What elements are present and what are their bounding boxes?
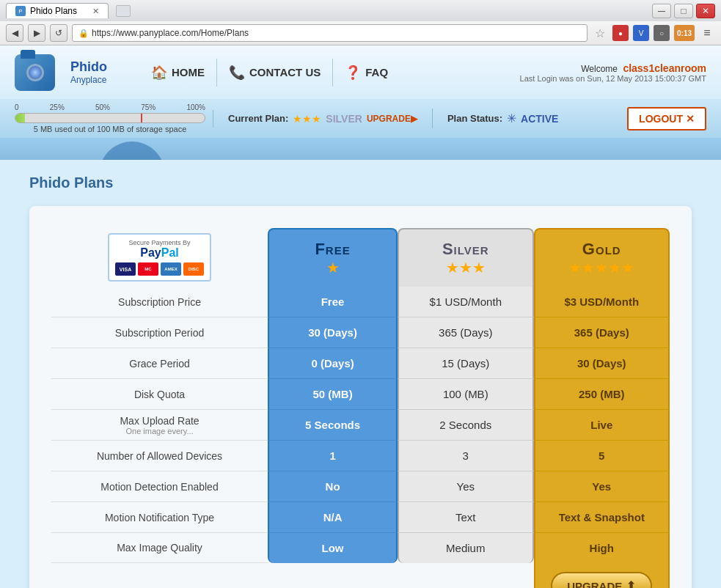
upgrade-arrow-icon: ⬆ [626, 579, 636, 588]
silver-price-value: $1 USD/Month [398, 287, 533, 317]
logo-camera-top [21, 50, 35, 59]
grace-period-row: Grace Period 0 (Days) 15 (Days) 30 (Days… [51, 348, 670, 379]
nav-faq[interactable]: ❓ FAQ [333, 59, 400, 87]
plan-status-section: Plan Status: ✳ ACTIVE [432, 109, 573, 128]
username-text: class1cleanroom [623, 62, 706, 74]
gold-disk-quota: 250 (MB) [534, 379, 670, 410]
storage-progress-fill [15, 114, 25, 122]
plan-stars: ★★★ [293, 113, 321, 125]
logo-camera-lens [26, 64, 44, 81]
plan-status-label: Plan Status: [447, 113, 502, 124]
nav-contact[interactable]: 📞 CONTACT US [217, 59, 333, 87]
extension-icon-2[interactable]: V [633, 25, 649, 41]
upgrade-gold-button[interactable]: UPGRADE ⬆ [551, 572, 652, 588]
free-devices-value: 1 [268, 441, 398, 471]
browser-titlebar: P Phido Plans ✕ ─ □ ✕ [0, 0, 721, 21]
gold-stars: ★★★★★ [541, 259, 662, 276]
plan-name: SILVER [326, 113, 362, 125]
silver-subscription-price: $1 USD/Month [398, 287, 533, 317]
time-extension[interactable]: 0:13 [674, 25, 695, 41]
logout-button[interactable]: LOGOUT ✕ [627, 107, 706, 131]
tab-close-button[interactable]: ✕ [92, 7, 99, 16]
logo-camera-body [15, 54, 55, 91]
allowed-devices-row: Number of Allowed Devices 1 3 5 [51, 441, 670, 471]
prog-75: 75% [141, 103, 155, 111]
upgrade-row: UPGRADE ⬆ [51, 563, 670, 588]
bookmark-star-icon[interactable]: ☆ [592, 25, 608, 41]
motion-notification-label: Motion Notification Type [51, 502, 268, 533]
nav-home-label: HOME [172, 66, 205, 78]
maximize-button[interactable]: □ [674, 4, 693, 18]
tab-favicon: P [15, 6, 26, 16]
motion-notification-row: Motion Notification Type N/A Text Text &… [51, 502, 670, 533]
page-content: Phido Anyplace 🏠 HOME 📞 CONTACT US ❓ FAQ [0, 45, 721, 588]
current-plan-label: Current Plan: [228, 113, 288, 124]
free-image-quality: Low [268, 533, 398, 563]
silver-motion-notification: Text [398, 502, 533, 533]
address-bar[interactable]: 🔒 https://www.panyplace.com/Home/Plans [72, 24, 588, 42]
back-button[interactable]: ◀ [6, 24, 23, 42]
silver-grace-value: 15 (Days) [398, 348, 533, 379]
logo-anyplace-text: Anyplace [70, 75, 107, 85]
extension-icon-3[interactable]: ○ [654, 25, 670, 41]
header-user-info: Welcome class1cleanroom Last Login was o… [520, 62, 706, 83]
discover-icon: DISC [183, 262, 204, 276]
plans-header-row: Secure Payments By PayPal VISA MC AMEX D… [51, 228, 670, 287]
silver-plan-name: Silver [405, 240, 526, 259]
storage-text: 5 MB used out of 100 MB of storage space [15, 125, 205, 133]
paypal-logo-box: Secure Payments By PayPal VISA MC AMEX D… [108, 233, 211, 282]
refresh-button[interactable]: ↺ [50, 24, 67, 42]
silver-stars: ★★★ [405, 259, 526, 276]
page-title: Phido Plans [29, 174, 692, 191]
free-subscription-period: 30 (Days) [268, 317, 398, 348]
allowed-devices-label: Number of Allowed Devices [51, 441, 268, 471]
mastercard-icon: MC [138, 262, 158, 276]
logo-text: Phido Anyplace [70, 59, 107, 85]
motion-detection-row: Motion Detection Enabled No Yes Yes [51, 471, 670, 502]
nav-home[interactable]: 🏠 HOME [139, 59, 217, 87]
welcome-label: Welcome [581, 64, 618, 74]
storage-progress-track [15, 113, 205, 123]
silver-disk-value: 100 (MB) [398, 379, 533, 410]
main-nav: 🏠 HOME 📞 CONTACT US ❓ FAQ [132, 59, 520, 87]
paypal-cell: Secure Payments By PayPal VISA MC AMEX D… [51, 228, 268, 287]
max-image-quality-label: Max Image Quality [51, 533, 268, 563]
active-icon: ✳ [507, 111, 516, 125]
upgrade-button-label: UPGRADE [567, 580, 622, 589]
gold-grace-value: 30 (Days) [534, 348, 670, 379]
gold-subscription-period: 365 (Days) [534, 317, 670, 348]
free-plan-name: Free [275, 240, 390, 259]
disk-quota-label: Disk Quota [51, 379, 268, 410]
minimize-button[interactable]: ─ [652, 4, 671, 18]
browser-tab[interactable]: P Phido Plans ✕ [6, 3, 109, 18]
upgrade-link[interactable]: UPGRADE▶ [367, 114, 417, 124]
new-tab-button[interactable] [116, 5, 131, 17]
gold-upload-rate: Live [534, 410, 670, 441]
logout-section: LOGOUT ✕ [627, 107, 706, 131]
gold-upgrade-cell: UPGRADE ⬆ [534, 563, 670, 588]
storage-marker [141, 114, 142, 122]
gold-upgrade-container: UPGRADE ⬆ [534, 563, 670, 588]
gold-motion-notification: Text & Snapshot [534, 502, 670, 533]
grace-period-label: Grace Period [51, 348, 268, 379]
gold-allowed-devices: 5 [534, 441, 670, 471]
logout-label: LOGOUT [639, 113, 683, 125]
free-motion-detection: No [268, 471, 398, 502]
free-header-cell: Free ★ [268, 228, 398, 287]
menu-icon[interactable]: ≡ [699, 25, 715, 41]
header-bottom-row: 0 25% 50% 75% 100% 5 MB used out of 100 … [0, 99, 721, 138]
forward-button[interactable]: ▶ [28, 24, 45, 42]
plans-container: Secure Payments By PayPal VISA MC AMEX D… [29, 206, 692, 588]
amex-icon: AMEX [161, 262, 181, 276]
close-button[interactable]: ✕ [696, 4, 715, 18]
silver-devices-value: 3 [398, 441, 533, 471]
subscription-period-row: Subscription Period 30 (Days) 365 (Days)… [51, 317, 670, 348]
silver-upload-value: 2 Seconds [398, 410, 533, 441]
motion-detection-label: Motion Detection Enabled [51, 471, 268, 502]
silver-disk-quota: 100 (MB) [398, 379, 533, 410]
free-grace-value: 0 (Days) [268, 348, 398, 379]
prog-50: 50% [95, 103, 110, 111]
extension-icon-1[interactable]: ● [612, 25, 629, 41]
tab-title: Phido Plans [30, 6, 77, 16]
free-upload-rate: 5 Seconds [268, 410, 398, 441]
